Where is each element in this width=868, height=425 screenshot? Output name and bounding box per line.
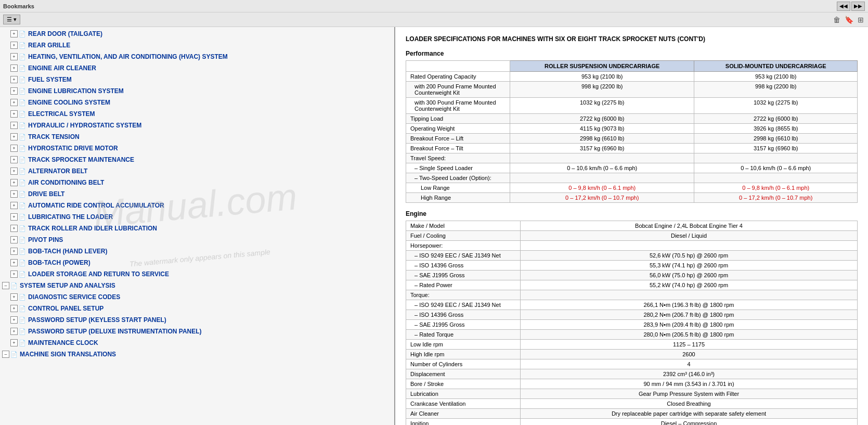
bookmark-item[interactable]: –📄MACHINE SIGN TRANSLATIONS [0, 349, 394, 360]
spec-cell: – Rated Power [406, 280, 521, 290]
bookmark-item[interactable]: +📄CONTROL PANEL SETUP [0, 303, 394, 314]
table-row: Breakout Force – Tilt3157 kg (6960 lb)31… [406, 144, 858, 153]
delete-bookmark-button[interactable]: 🗑 [832, 15, 841, 25]
bookmark-item[interactable]: +📄PASSWORD SETUP (KEYLESS START PANEL) [0, 314, 394, 326]
expand-icon[interactable]: + [10, 316, 18, 324]
expand-icon[interactable]: + [10, 145, 18, 152]
roller-cell: 0 – 17,2 km/h (0 – 10.7 mph) [510, 193, 694, 203]
expand-icon[interactable]: + [10, 87, 18, 95]
bookmark-item[interactable]: +📄ENGINE LUBRICATION SYSTEM [0, 85, 394, 97]
expand-icon[interactable]: + [10, 225, 18, 232]
expand-icon[interactable]: + [10, 202, 18, 209]
bookmark-item[interactable]: +📄LUBRICATING THE LOADER [0, 211, 394, 223]
bookmark-item[interactable]: +📄TRACK SPROCKET MAINTENANCE [0, 154, 394, 165]
bookmark-item[interactable]: +📄ELECTRICAL SYSTEM [0, 108, 394, 120]
bookmark-item[interactable]: +📄REAR GRILLE [0, 40, 394, 51]
nav-forward-button[interactable]: ▶▶ [851, 2, 865, 11]
expand-icon[interactable]: – [2, 351, 9, 358]
bookmark-item[interactable]: +📄HEATING, VENTILATION, AND AIR CONDITIO… [0, 51, 394, 62]
expand-icon[interactable]: + [10, 190, 18, 198]
page-icon: 📄 [19, 29, 26, 38]
bookmark-nav[interactable]: ◀◀ ▶▶ [837, 2, 865, 11]
expand-icon[interactable]: + [10, 259, 18, 266]
page-icon: 📄 [19, 98, 26, 107]
bookmark-item[interactable]: +📄ENGINE AIR CLEANER [0, 62, 394, 74]
bookmark-item[interactable]: –📄SYSTEM SETUP AND ANALYSIS [0, 280, 394, 291]
bookmark-label: SYSTEM SETUP AND ANALYSIS [20, 281, 115, 290]
expand-icon[interactable]: + [10, 305, 18, 312]
expand-icon[interactable]: + [10, 53, 18, 60]
page-icon: 📄 [19, 201, 26, 210]
table-row: – ISO 9249 EEC / SAE J1349 Net52,6 kW (7… [406, 251, 858, 261]
expand-icon[interactable]: + [10, 65, 18, 72]
bookmark-item[interactable]: +📄FUEL SYSTEM [0, 74, 394, 85]
bookmark-item[interactable]: +📄HYDRAULIC / HYDROSTATIC SYSTEM [0, 120, 394, 131]
expand-icon[interactable]: + [10, 42, 18, 49]
add-bookmark-button[interactable]: 🔖 [844, 15, 854, 25]
bookmark-label: DRIVE BELT [28, 189, 64, 199]
page-icon: 📄 [19, 178, 26, 187]
bookmark-item[interactable]: +📄BOB-TACH (POWER) [0, 257, 394, 268]
solid-cell: 0 – 9,8 km/h (0 – 6.1 mph) [694, 183, 858, 193]
page-icon: 📄 [19, 212, 26, 222]
left-panel: Manual.com The watermark only appears on… [0, 27, 395, 425]
nav-back-button[interactable]: ◀◀ [837, 2, 850, 11]
table-row: – SAE J1995 Gross283,9 N•m (209.4 ft·lb)… [406, 320, 858, 330]
expand-icon[interactable]: + [10, 156, 18, 163]
bookmark-item[interactable]: +📄TRACK TENSION [0, 131, 394, 143]
page-icon: 📄 [19, 292, 26, 302]
spec-cell: – ISO 14396 Gross [406, 261, 521, 271]
spec-cell: Fuel / Cooling [406, 231, 521, 241]
bookmark-item[interactable]: +📄AUTOMATIC RIDE CONTROL ACCUMULATOR [0, 200, 394, 211]
bookmark-item[interactable]: +📄BOB-TACH (HAND LEVER) [0, 246, 394, 257]
bookmark-bar: Bookmarks ◀◀ ▶▶ [0, 0, 868, 12]
expand-icon[interactable]: + [10, 122, 18, 129]
bookmark-item[interactable]: +📄REAR DOOR (TAILGATE) [0, 28, 394, 40]
bookmark-item[interactable]: +📄MAINTENANCE CLOCK [0, 337, 394, 349]
dropdown-button[interactable]: ☰ ▾ [3, 15, 20, 24]
page-icon: 📄 [19, 41, 26, 50]
expand-icon[interactable]: + [10, 248, 18, 255]
expand-icon[interactable]: + [10, 293, 18, 301]
bookmark-item[interactable]: +📄HYDROSTATIC DRIVE MOTOR [0, 143, 394, 154]
expand-icon[interactable]: + [10, 179, 18, 186]
expand-icon[interactable]: – [2, 282, 9, 289]
bookmark-item[interactable]: +📄PASSWORD SETUP (DELUXE INSTRUMENTATION… [0, 326, 394, 337]
value-cell [521, 241, 858, 251]
spec-cell: – SAE J1995 Gross [406, 271, 521, 280]
expand-icon[interactable]: + [10, 30, 18, 37]
spec-cell: Torque: [406, 290, 521, 300]
value-cell [521, 290, 858, 300]
bookmark-list: +📄REAR DOOR (TAILGATE)+📄REAR GRILLE+📄HEA… [0, 27, 394, 361]
expand-icon[interactable]: + [10, 99, 18, 106]
expand-icon[interactable]: + [10, 110, 18, 118]
expand-icon[interactable]: + [10, 328, 18, 335]
expand-bookmark-button[interactable]: ⊞ [857, 15, 865, 25]
bookmark-item[interactable]: +📄TRACK ROLLER AND IDLER LUBRICATION [0, 223, 394, 234]
bookmark-item[interactable]: +📄ALTERNATOR BELT [0, 165, 394, 177]
expand-icon[interactable]: + [10, 133, 18, 140]
bookmark-label: PASSWORD SETUP (KEYLESS START PANEL) [28, 315, 166, 325]
bookmark-label: MACHINE SIGN TRANSLATIONS [20, 350, 116, 359]
bookmark-item[interactable]: +📄LOADER STORAGE AND RETURN TO SERVICE [0, 268, 394, 280]
page-icon: 📄 [19, 121, 26, 130]
solid-cell: 998 kg (2200 lb) [694, 82, 858, 98]
bookmark-item[interactable]: +📄PIVOT PINS [0, 234, 394, 246]
expand-icon[interactable]: + [10, 213, 18, 221]
spec-cell: – Two-Speed Loader (Option): [406, 173, 510, 183]
bookmark-item[interactable]: +📄DRIVE BELT [0, 188, 394, 200]
expand-icon[interactable]: + [10, 271, 18, 278]
page-icon: 📄 [19, 166, 26, 176]
spec-cell: – ISO 14396 Gross [406, 310, 521, 320]
table-row: Make / ModelBobcat Engine / 2,4L Bobcat … [406, 221, 858, 231]
expand-icon[interactable]: + [10, 76, 18, 83]
bookmark-item[interactable]: +📄DIAGNOSTIC SERVICE CODES [0, 291, 394, 303]
expand-icon[interactable]: + [10, 168, 18, 175]
expand-icon[interactable]: + [10, 236, 18, 243]
spec-cell: Rated Operating Capacity [406, 72, 510, 82]
bookmark-item[interactable]: +📄AIR CONDITIONING BELT [0, 177, 394, 188]
expand-icon[interactable]: + [10, 339, 18, 346]
spec-cell: Breakout Force – Tilt [406, 144, 510, 153]
bookmark-item[interactable]: +📄ENGINE COOLING SYSTEM [0, 97, 394, 108]
roller-cell: 3157 kg (6960 lb) [510, 144, 694, 153]
